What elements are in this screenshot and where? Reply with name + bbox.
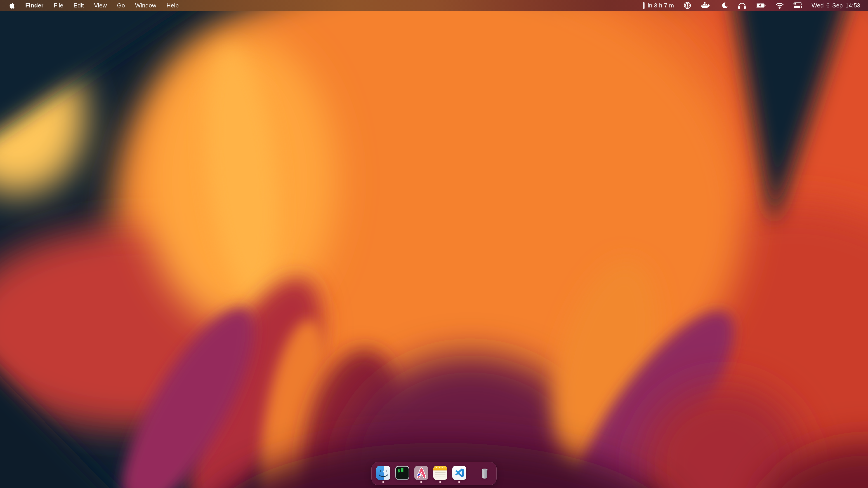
svg-text:$: $	[397, 468, 400, 473]
status-wifi[interactable]	[776, 2, 784, 9]
apple-menu[interactable]	[9, 2, 15, 9]
menu-bar: Finder File Edit View Go Window Help in …	[0, 0, 868, 11]
finder-icon	[376, 466, 391, 480]
battery-charging-icon	[756, 3, 766, 8]
countdown-label: in 3 h 7 m	[648, 2, 674, 9]
status-docker[interactable]	[701, 2, 711, 9]
status-countdown[interactable]: in 3 h 7 m	[643, 2, 674, 9]
running-indicator	[382, 481, 384, 483]
desktop: Finder File Edit View Go Window Help in …	[0, 0, 868, 488]
arc-browser-icon	[414, 466, 428, 480]
apple-logo-icon	[9, 2, 15, 9]
dock: $	[0, 462, 868, 485]
vertical-pill-indicator-icon	[643, 2, 645, 9]
status-control-center[interactable]	[794, 2, 802, 8]
headphones-icon	[738, 2, 746, 9]
notes-icon	[433, 466, 447, 480]
terminal-icon: $	[395, 466, 409, 480]
status-battery[interactable]	[756, 3, 766, 8]
menu-item-finder[interactable]: Finder	[25, 2, 43, 9]
dock-item-trash[interactable]	[477, 466, 492, 480]
keyhole-circle-icon	[684, 2, 691, 9]
menu-bar-clock[interactable]: Wed 6 Sep 14:53	[812, 2, 860, 9]
dock-separator	[472, 465, 472, 481]
menu-item-go[interactable]: Go	[117, 2, 125, 9]
dock-item-finder[interactable]	[376, 466, 391, 480]
docker-whale-icon	[701, 2, 711, 9]
menu-item-help[interactable]: Help	[166, 2, 179, 9]
status-1password[interactable]	[684, 2, 691, 9]
status-focus[interactable]	[721, 2, 728, 9]
running-indicator	[458, 481, 460, 483]
wallpaper-image	[0, 0, 868, 488]
running-indicator	[439, 481, 441, 483]
vscode-icon	[452, 466, 466, 480]
dock-item-vscode[interactable]	[452, 466, 466, 480]
menu-item-window[interactable]: Window	[135, 2, 156, 9]
menu-item-file[interactable]: File	[54, 2, 64, 9]
dock-item-notes[interactable]	[433, 466, 447, 480]
control-center-icon	[794, 2, 802, 8]
status-audio[interactable]	[738, 2, 746, 9]
wifi-icon	[776, 2, 784, 9]
dock-panel: $	[371, 462, 497, 485]
menu-item-view[interactable]: View	[94, 2, 107, 9]
menu-item-edit[interactable]: Edit	[73, 2, 84, 9]
dock-item-arc[interactable]	[414, 466, 428, 480]
moon-icon	[721, 2, 728, 9]
trash-icon	[477, 466, 492, 480]
running-indicator	[421, 481, 423, 483]
dock-item-terminal[interactable]: $	[395, 466, 409, 480]
